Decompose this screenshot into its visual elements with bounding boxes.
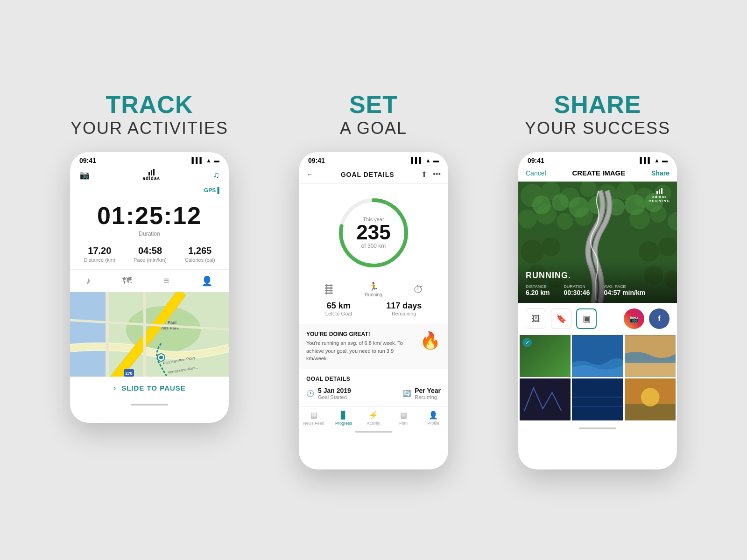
goal-icons-row: 🛤 🏃 Running ⏱: [299, 277, 448, 297]
goal-heading-subtitle: A GOAL: [340, 119, 407, 138]
music-nav-icon[interactable]: ♪: [81, 273, 95, 288]
stat-calories-label: Calories (cal): [185, 257, 215, 263]
camera-icon[interactable]: 📷: [79, 170, 90, 180]
share-header: Cancel CREATE IMAGE Share: [518, 167, 677, 182]
news-feed-icon: ▤: [310, 411, 317, 420]
goal-stat-left: 65 km Left to Goal: [325, 301, 352, 316]
share-duration-value: 00:30:46: [564, 289, 590, 296]
nav-activity[interactable]: ⚡ Activity: [359, 411, 388, 426]
nav-profile[interactable]: 👤 Profile: [418, 411, 448, 426]
svg-point-30: [552, 194, 569, 211]
track-timer: 01:25:12 Duration: [70, 197, 229, 239]
goal-remaining-label: Remaining: [386, 311, 422, 316]
adidas-white-stripes: [656, 188, 662, 194]
home-bar-2: [355, 431, 392, 433]
profile-nav-icon[interactable]: 👤: [197, 273, 218, 288]
layout-option-btn[interactable]: ▣: [576, 308, 597, 329]
list-nav-icon[interactable]: ≡: [159, 273, 174, 288]
progress-icon: ▊: [341, 411, 346, 420]
goal-motivation-body: You're running an avg. of 6.8 km/ week. …: [306, 339, 415, 363]
goal-recurring-value: Per Year: [415, 387, 441, 394]
stat-calories-value: 1,265: [185, 245, 215, 256]
share-distance-label: DISTANCE: [526, 284, 550, 289]
adidas-running-text: RUNNING: [648, 199, 670, 203]
nav-plan[interactable]: ▦ Plan: [388, 411, 418, 426]
home-bar-3: [579, 427, 616, 429]
share-button[interactable]: Share: [651, 169, 669, 177]
selected-check: ✓: [522, 338, 532, 347]
flame-icon: 🔥: [420, 331, 441, 350]
share-duration-label: DURATION: [564, 284, 590, 289]
adidas-stripes: [148, 169, 155, 175]
share-stats-row: DISTANCE 6.20 km DURATION 00:30:46 AVG. …: [526, 284, 669, 296]
stat-calories: 1,265 Calories (cal): [185, 245, 215, 263]
bookmark-option-btn[interactable]: 🔖: [551, 308, 571, 329]
profile-icon: 👤: [429, 411, 438, 420]
wifi-icon: ▲: [206, 157, 211, 164]
music-icon[interactable]: ♫: [213, 170, 220, 180]
instagram-icon: 📷: [629, 315, 639, 323]
goal-motivation-title: YOU'RE DOING GREAT!: [306, 331, 415, 337]
nav-progress-label: Progress: [335, 421, 352, 426]
svg-point-36: [521, 240, 544, 263]
facebook-button[interactable]: f: [649, 308, 669, 329]
battery-icon: ▬: [214, 157, 219, 164]
goal-started-info: 5 Jan 2019 Goal Started: [318, 387, 351, 400]
back-button[interactable]: ←: [306, 170, 314, 179]
grid-item-4[interactable]: [520, 378, 571, 420]
image-option-btn[interactable]: 🖼: [526, 308, 546, 329]
section-track: TRACK YOUR ACTIVITIES 09:41 ▌▌▌ ▲ ▬ 📷: [51, 91, 247, 423]
status-icons-2: ▌▌▌ ▲ ▬: [411, 157, 439, 164]
share-icon[interactable]: ⬆: [421, 170, 427, 179]
share-duration-stat: DURATION 00:30:46: [564, 284, 590, 296]
status-bar-2: 09:41 ▌▌▌ ▲ ▬: [299, 152, 448, 167]
svg-point-34: [625, 195, 645, 215]
battery-icon-2: ▬: [433, 157, 439, 164]
white-stripe-2: [659, 189, 660, 194]
main-container: TRACK YOUR ACTIVITIES 09:41 ▌▌▌ ▲ ▬ 📷: [19, 91, 728, 469]
goal-motivation-text: YOU'RE DOING GREAT! You're running an av…: [306, 331, 415, 363]
grid-item-2[interactable]: [572, 335, 623, 377]
stat-distance-value: 17.20: [84, 245, 115, 256]
dark-image: [520, 378, 571, 420]
map-nav-icon[interactable]: 🗺: [118, 273, 136, 288]
signal-icon: ▌▌▌: [192, 157, 204, 164]
map-view: John Paul Jones Park: [70, 292, 229, 399]
home-indicator-3: [518, 423, 677, 434]
calendar-icon: 🕐: [306, 390, 314, 397]
nav-news-feed[interactable]: ▤ News Feed: [299, 411, 329, 426]
goal-remaining-value: 117 days: [386, 301, 422, 311]
goal-recurring-label: Recurring: [415, 394, 441, 400]
goal-running-icon: 🏃 Running: [365, 282, 382, 297]
layout-icon: ▣: [583, 314, 591, 324]
white-stripe-1: [656, 191, 658, 194]
more-icon[interactable]: •••: [433, 170, 441, 179]
share-heading-highlight: SHARE: [525, 91, 670, 119]
nav-progress[interactable]: ▊ Progress: [329, 411, 359, 426]
goal-heading-highlight: SET: [340, 91, 407, 119]
svg-point-22: [518, 210, 537, 228]
grid-item-3[interactable]: [625, 335, 676, 377]
goal-header-title: GOAL DETAILS: [341, 171, 395, 178]
cancel-button[interactable]: Cancel: [526, 169, 546, 177]
home-indicator-2: [299, 427, 448, 436]
instagram-button[interactable]: 📷: [624, 308, 644, 329]
slide-to-pause[interactable]: › SLIDE TO PAUSE: [70, 377, 229, 399]
goal-stat-remaining: 117 days Remaining: [386, 301, 422, 316]
beach-image: [625, 335, 676, 377]
share-options-row: 🖼 🔖 ▣ 📷 f: [518, 303, 677, 335]
goal-recurring-info: Per Year Recurring: [415, 387, 441, 400]
stripe-1: [148, 172, 150, 175]
status-icons-3: ▌▌▌ ▲ ▬: [640, 157, 668, 164]
wifi-icon-3: ▲: [654, 157, 660, 164]
slide-text: SLIDE TO PAUSE: [121, 384, 186, 392]
grid-item-6[interactable]: [625, 378, 676, 420]
home-bar-1: [131, 404, 168, 406]
track-nav: ♪ 🗺 ≡ 👤: [70, 269, 229, 292]
svg-point-38: [639, 241, 659, 262]
grid-item-1[interactable]: ✓: [520, 335, 571, 377]
share-image-grid: ✓: [518, 335, 677, 420]
grid-item-5[interactable]: [572, 378, 623, 420]
status-time-3: 09:41: [528, 157, 544, 164]
create-image-title: CREATE IMAGE: [572, 169, 625, 177]
